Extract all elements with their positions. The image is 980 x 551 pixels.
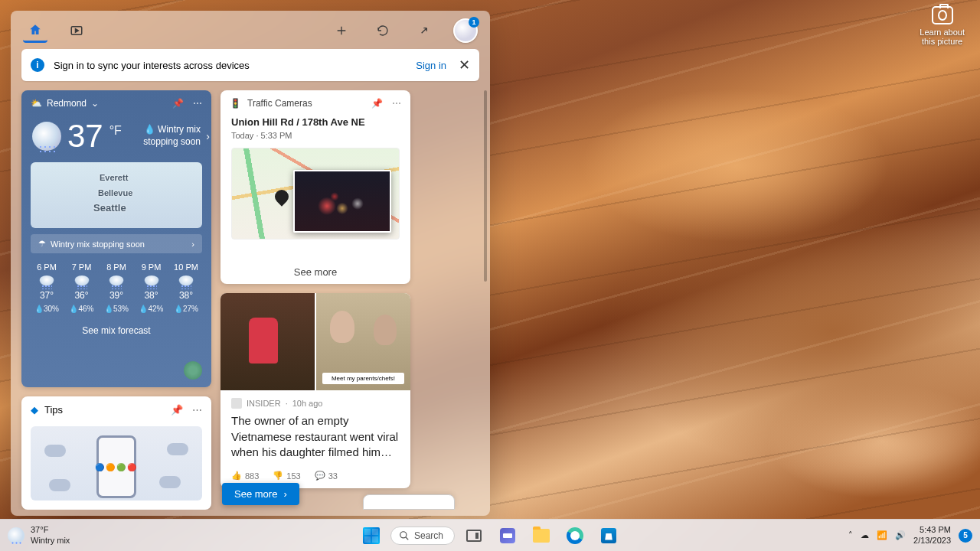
weather-next-icon[interactable]: › xyxy=(206,130,210,142)
taskbar-weather[interactable]: 37°F Wintry mix xyxy=(0,525,77,545)
tips-icon: ◆ xyxy=(31,404,38,416)
svg-point-1 xyxy=(400,531,407,537)
search-placeholder: Search xyxy=(414,530,443,541)
taskbar-tray: ˄ ☁ 📶 🔊 5:43 PM 2/13/2023 5 xyxy=(848,525,980,546)
widgets-panel: 1 i Sign in to sync your interests acros… xyxy=(11,11,490,516)
partial-card xyxy=(363,494,455,510)
refresh-button[interactable] xyxy=(371,18,395,43)
weather-radar-map[interactable]: Everett Bellevue Seattle xyxy=(31,162,202,228)
weather-provider-icon: ⛅ xyxy=(31,98,42,109)
store-button[interactable] xyxy=(594,523,623,548)
account-avatar[interactable]: 1 xyxy=(453,18,478,43)
aqi-badge[interactable] xyxy=(184,361,202,380)
map-city-bellevue: Bellevue xyxy=(98,188,132,197)
see-more-button[interactable]: See more › xyxy=(222,483,299,505)
rain-icon xyxy=(144,276,159,286)
umbrella-icon: ☂ xyxy=(38,239,46,249)
start-button[interactable] xyxy=(357,523,386,548)
onedrive-icon[interactable]: ☁ xyxy=(861,530,869,540)
traffic-location: Union Hill Rd / 178th Ave NE xyxy=(231,116,400,129)
task-view-button[interactable] xyxy=(459,523,488,548)
rain-icon xyxy=(39,276,54,286)
map-city-seattle: Seattle xyxy=(93,202,126,214)
weather-widget[interactable]: ⛅ Redmond ⌄ 📌 ⋯ 37 °F 💧 Wintry mix stopp… xyxy=(21,90,211,387)
taskbar-date: 2/13/2023 xyxy=(913,536,951,546)
weather-alert-banner[interactable]: ☂ Wintry mix stopping soon › xyxy=(31,234,202,253)
comments-button[interactable]: 💬 33 xyxy=(315,471,338,481)
news-headline[interactable]: The owner of an empty Vietnamese restaur… xyxy=(231,413,400,460)
signin-message: Sign in to sync your interests across de… xyxy=(54,60,250,71)
news-image-1 xyxy=(220,293,315,390)
video-tab[interactable] xyxy=(64,18,89,43)
home-tab[interactable] xyxy=(23,18,47,43)
rain-icon xyxy=(109,276,124,286)
source-logo-icon xyxy=(231,398,242,409)
pin-icon[interactable]: 📌 xyxy=(172,98,184,109)
info-icon: i xyxy=(31,58,44,72)
hourly-slot[interactable]: 6 PM37°💧30% xyxy=(31,262,63,313)
volume-icon[interactable]: 🔊 xyxy=(895,530,906,540)
close-banner-button[interactable]: ✕ xyxy=(459,57,470,73)
tips-widget[interactable]: ◆ Tips 📌 ⋯ 🔵🟠🟢🔴 xyxy=(21,396,211,510)
wifi-icon[interactable]: 📶 xyxy=(877,530,887,540)
rain-icon xyxy=(74,276,90,286)
chat-button[interactable] xyxy=(493,523,522,548)
taskbar-time: 5:43 PM xyxy=(913,525,951,536)
news-image-caption: Meet my parents/chefs! xyxy=(322,373,404,384)
weather-unit: °F xyxy=(109,124,122,138)
more-icon[interactable]: ⋯ xyxy=(192,404,202,416)
edge-button[interactable] xyxy=(560,523,590,548)
taskbar-weather-desc: Wintry mix xyxy=(31,536,70,546)
news-card[interactable]: Meet my parents/chefs! INSIDER · 10h ago… xyxy=(220,293,410,488)
map-pin-icon xyxy=(272,187,291,206)
see-forecast-link[interactable]: See mix forecast xyxy=(21,316,211,344)
taskbar: 37°F Wintry mix Search ˄ ☁ 📶 🔊 5:43 PM 2… xyxy=(0,519,980,551)
widgets-header: 1 xyxy=(11,11,490,49)
chevron-down-icon[interactable]: ⌄ xyxy=(91,98,99,109)
weather-desc: 💧 Wintry mix stopping soon xyxy=(129,124,201,148)
traffic-see-more-link[interactable]: See more xyxy=(220,259,410,284)
tips-illustration: 🔵🟠🟢🔴 xyxy=(31,426,202,500)
learn-picture-line1: Learn about xyxy=(920,28,965,37)
weather-alert-text: Wintry mix stopping soon xyxy=(51,240,145,249)
rain-icon xyxy=(178,276,194,286)
traffic-title: Traffic Cameras xyxy=(247,98,312,109)
traffic-timestamp: Today · 5:33 PM xyxy=(231,131,400,140)
weather-icon xyxy=(8,527,24,544)
learn-picture-line2: this picture xyxy=(920,37,965,46)
more-icon[interactable]: ⋯ xyxy=(392,98,401,109)
hourly-slot[interactable]: 8 PM39°💧53% xyxy=(100,262,132,313)
more-icon[interactable]: ⋯ xyxy=(193,98,202,109)
traffic-camera-thumbnail[interactable] xyxy=(293,170,391,233)
weather-location[interactable]: Redmond xyxy=(47,98,87,109)
traffic-icon: 🚦 xyxy=(230,98,241,109)
camera-icon xyxy=(932,6,953,24)
learn-about-picture[interactable]: Learn about this picture xyxy=(920,6,965,46)
scroll-indicator[interactable] xyxy=(484,90,487,282)
signin-banner: i Sign in to sync your interests across … xyxy=(21,49,479,81)
weather-temp: 37 xyxy=(67,118,103,155)
tray-chevron-icon[interactable]: ˄ xyxy=(848,530,853,540)
chevron-right-icon: › xyxy=(191,240,194,249)
hourly-slot[interactable]: 9 PM38°💧42% xyxy=(136,262,168,313)
avatar-badge: 1 xyxy=(469,17,479,28)
like-button[interactable]: 👍 883 xyxy=(231,471,259,481)
news-images: Meet my parents/chefs! xyxy=(220,293,410,390)
traffic-map[interactable] xyxy=(231,148,400,240)
file-explorer-button[interactable] xyxy=(527,523,556,548)
traffic-widget[interactable]: 🚦 Traffic Cameras 📌 ⋯ Union Hill Rd / 17… xyxy=(220,90,410,284)
notification-badge[interactable]: 5 xyxy=(959,529,972,543)
pin-icon[interactable]: 📌 xyxy=(371,98,383,109)
map-city-everett: Everett xyxy=(100,173,128,182)
taskbar-clock[interactable]: 5:43 PM 2/13/2023 xyxy=(913,525,951,546)
expand-button[interactable] xyxy=(412,18,436,43)
hourly-slot[interactable]: 10 PM38°💧27% xyxy=(170,262,202,313)
add-widget-button[interactable] xyxy=(329,18,354,43)
search-box[interactable]: Search xyxy=(390,527,455,545)
chevron-right-icon: › xyxy=(283,488,286,500)
signin-link[interactable]: Sign in xyxy=(416,60,446,71)
pin-icon[interactable]: 📌 xyxy=(171,404,183,416)
hourly-slot[interactable]: 7 PM36°💧46% xyxy=(66,262,98,313)
weather-condition-icon xyxy=(32,122,61,151)
dislike-button[interactable]: 👎 153 xyxy=(273,471,300,481)
